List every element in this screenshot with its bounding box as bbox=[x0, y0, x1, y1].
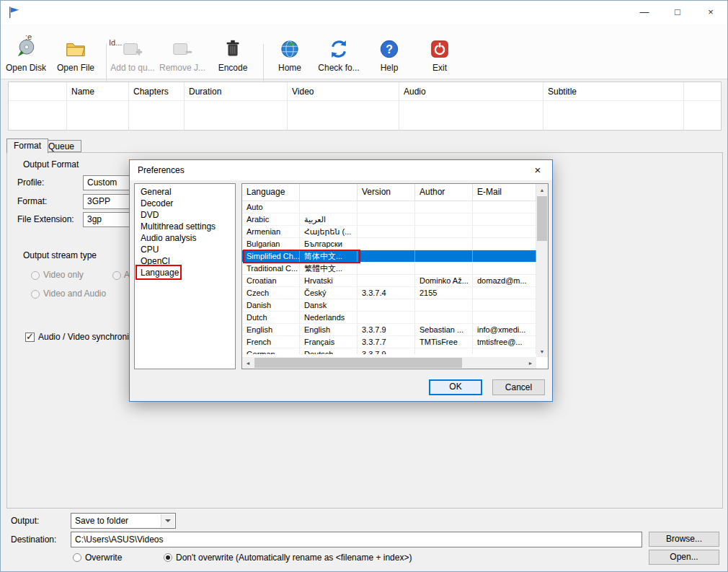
table-row[interactable]: DutchNederlands bbox=[242, 312, 536, 324]
table-cell bbox=[473, 263, 536, 275]
table-cell: 3.3.7.9 bbox=[358, 324, 415, 336]
cancel-button[interactable]: Cancel bbox=[492, 379, 545, 395]
table-cell: TMTisFree bbox=[415, 336, 473, 348]
file-list-column-header[interactable]: Duration bbox=[189, 87, 221, 97]
video-only-label: Video only bbox=[43, 270, 84, 280]
close-button[interactable]: × bbox=[694, 1, 727, 22]
table-row[interactable]: Traditional C...繁體中文... bbox=[242, 263, 536, 275]
av-sync-checkbox[interactable] bbox=[25, 333, 35, 342]
toolbar-button-exit[interactable]: Exit bbox=[420, 38, 459, 73]
table-cell bbox=[415, 312, 473, 324]
toolbar-button-open-disk[interactable]: Open Disk bbox=[3, 38, 49, 73]
scroll-down-icon[interactable]: ▼ bbox=[536, 346, 548, 357]
toolbar-button-label: Exit bbox=[420, 63, 459, 73]
scroll-left-icon[interactable]: ◄ bbox=[242, 357, 254, 369]
file-list-column-divider bbox=[66, 82, 67, 130]
table-row[interactable]: ArmenianՀայերեն (... bbox=[242, 226, 536, 238]
table-cell: German bbox=[242, 348, 300, 354]
vertical-scroll-thumb[interactable] bbox=[537, 196, 547, 241]
table-cell bbox=[358, 312, 415, 324]
table-column-header[interactable]: E-Mail bbox=[473, 184, 536, 201]
category-item-dvd[interactable]: DVD bbox=[135, 209, 235, 221]
table-cell: Deutsch bbox=[300, 348, 358, 354]
category-item-language[interactable]: Language bbox=[135, 267, 235, 278]
table-column-header[interactable]: Author bbox=[415, 184, 473, 201]
table-row[interactable]: Simplified Ch...简体中文... bbox=[242, 250, 536, 263]
maximize-button[interactable]: □ bbox=[661, 1, 694, 22]
open-button[interactable]: Open... bbox=[649, 550, 719, 565]
table-row[interactable]: BulgarianБългарски bbox=[242, 238, 536, 250]
table-row[interactable]: CzechČeský3.3.7.42155 bbox=[242, 287, 536, 299]
output-mode-select[interactable]: Save to folder bbox=[71, 513, 176, 529]
category-item-cpu[interactable]: CPU bbox=[135, 244, 235, 255]
file-list: NameChaptersDurationVideoAudioSubtitle bbox=[8, 82, 722, 131]
audio-only-radio bbox=[112, 271, 121, 280]
toolbar-button-open-file[interactable]: Open File bbox=[53, 38, 99, 73]
table-row[interactable]: EnglishEnglish3.3.7.9Sebastian ...info@x… bbox=[242, 324, 536, 336]
table-cell: 3.3.7.4 bbox=[358, 287, 415, 299]
category-item-general[interactable]: General bbox=[135, 186, 235, 198]
file-list-column-header[interactable]: Audio bbox=[404, 87, 426, 97]
output-format-group-label: Output Format bbox=[23, 159, 79, 170]
browse-button[interactable]: Browse... bbox=[649, 532, 719, 547]
horizontal-scroll-thumb[interactable] bbox=[254, 358, 462, 368]
table-cell: Sebastian ... bbox=[415, 324, 473, 336]
table-cell bbox=[473, 214, 536, 226]
table-column-header[interactable]: Version bbox=[358, 184, 415, 201]
video-and-audio-label: Video and Audio bbox=[43, 289, 106, 299]
chevron-down-icon bbox=[161, 514, 174, 527]
table-cell bbox=[415, 214, 473, 226]
file-list-column-divider bbox=[543, 82, 543, 130]
app-window: — □ × :e Id... Open DiskOpen FileAdd to … bbox=[0, 0, 728, 572]
vertical-scrollbar: ▲ ▼ bbox=[536, 184, 548, 357]
profile-label: Profile: bbox=[17, 177, 44, 188]
category-item-opencl[interactable]: OpenCl bbox=[135, 255, 235, 267]
table-row[interactable]: CroatianHrvatskiDominko Až...domazd@m... bbox=[242, 275, 536, 287]
ok-button[interactable]: OK bbox=[429, 379, 482, 395]
table-cell: Traditional C... bbox=[242, 263, 300, 275]
category-item-audio-analysis[interactable]: Audio analysis bbox=[135, 232, 235, 244]
tab-format[interactable]: Format bbox=[6, 138, 48, 154]
category-item-decoder[interactable]: Decoder bbox=[135, 198, 235, 209]
table-column-header[interactable]: Language bbox=[242, 184, 300, 201]
toolbar-button-label: Help bbox=[370, 63, 409, 73]
file-list-column-header[interactable]: Name bbox=[71, 87, 94, 97]
scroll-right-icon[interactable]: ► bbox=[525, 357, 536, 369]
file-list-header-divider bbox=[9, 100, 721, 101]
table-row[interactable]: Auto bbox=[242, 201, 536, 214]
table-cell: Dutch bbox=[242, 312, 300, 324]
table-row[interactable]: DanishDansk bbox=[242, 299, 536, 312]
file-list-column-header[interactable]: Subtitle bbox=[548, 87, 577, 97]
file-list-column-header[interactable]: Chapters bbox=[133, 87, 169, 97]
table-cell: Français bbox=[300, 336, 358, 348]
table-cell bbox=[473, 299, 536, 312]
toolbar-button-help[interactable]: ?Help bbox=[370, 38, 409, 73]
overwrite-radio[interactable] bbox=[73, 553, 81, 562]
table-row[interactable]: GermanDeutsch3.3.7.9 bbox=[242, 348, 536, 354]
minimize-button[interactable]: — bbox=[628, 1, 661, 22]
table-cell bbox=[473, 348, 536, 354]
table-cell: Български bbox=[300, 238, 358, 250]
video-and-audio-radio bbox=[31, 290, 40, 299]
file-list-column-divider bbox=[683, 82, 684, 130]
file-list-column-divider bbox=[399, 82, 399, 130]
toolbar-button-home[interactable]: Home bbox=[270, 38, 309, 73]
table-row[interactable]: FrenchFrançais3.3.7.7TMTisFreetmtisfree@… bbox=[242, 336, 536, 348]
file-list-column-header[interactable]: Video bbox=[292, 87, 314, 97]
scroll-up-icon[interactable]: ▲ bbox=[536, 184, 548, 195]
toolbar-button-label: Remove J... bbox=[158, 63, 207, 73]
preferences-dialog: Preferences × GeneralDecoderDVDMultithre… bbox=[129, 159, 553, 402]
table-column-header[interactable] bbox=[300, 184, 358, 201]
destination-input[interactable]: C:\Users\ASUS\Videos bbox=[71, 532, 642, 547]
table-cell bbox=[300, 201, 358, 214]
folder-icon bbox=[53, 38, 99, 61]
table-cell bbox=[415, 201, 473, 214]
toolbar-button-check-for-updates[interactable]: Check fo... bbox=[315, 38, 363, 73]
table-cell: Hrvatski bbox=[300, 275, 358, 287]
dont-overwrite-radio[interactable] bbox=[164, 553, 172, 562]
dialog-close-icon[interactable]: × bbox=[529, 163, 546, 177]
table-row[interactable]: Arabicالعربية bbox=[242, 214, 536, 226]
table-cell: Nederlands bbox=[300, 312, 358, 324]
category-item-multithread-settings[interactable]: Multithread settings bbox=[135, 221, 235, 232]
toolbar-button-encode[interactable]: Encode bbox=[211, 38, 254, 73]
